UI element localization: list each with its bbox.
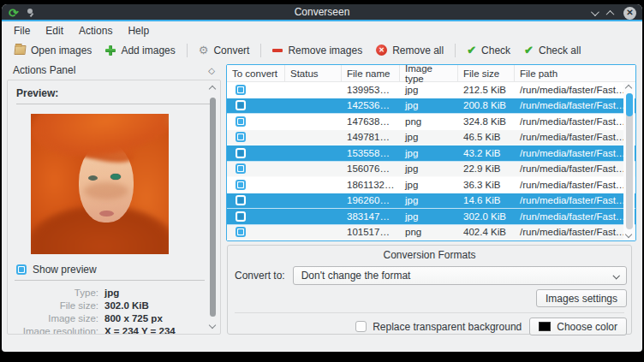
toolbar-separator	[187, 44, 188, 57]
cell-file-name: 10151792_14…	[342, 227, 400, 237]
row-checkbox[interactable]	[236, 163, 246, 174]
app-icon: ⟳	[9, 7, 19, 19]
row-checkbox[interactable]	[236, 195, 246, 205]
table-row[interactable]: 1962608_102…jpg14.6 KiB/run/media/faster…	[227, 193, 635, 210]
info-value: jpg	[104, 288, 119, 298]
scrollbar-thumb[interactable]	[210, 98, 216, 317]
toolbar-button-label: Add images	[121, 45, 175, 56]
column-header-image-type[interactable]: Image type	[400, 65, 458, 81]
panel-scrollbar[interactable]	[208, 84, 218, 330]
preview-art-eye	[88, 175, 98, 181]
info-row: Type:jpg	[8, 286, 208, 299]
toolbar-button-check-all[interactable]: ✔Check all	[517, 43, 587, 58]
convert-gear-icon: ⚙	[199, 45, 209, 56]
open-folder-icon	[14, 45, 26, 55]
choose-color-label: Choose color	[557, 321, 617, 333]
cell-image-type: jpg	[400, 195, 458, 205]
replace-bg-checkbox[interactable]	[355, 321, 367, 332]
toolbar-button-open-images[interactable]: Open images	[8, 43, 98, 58]
table-row[interactable]: 1535583_102…jpg43.2 KiB/run/media/faster…	[227, 145, 635, 162]
info-row: Image resolution:X = 234 Y = 234	[8, 324, 208, 335]
show-preview-label: Show preview	[33, 264, 97, 276]
cell-to-convert	[227, 132, 285, 142]
info-row: File size:302.0 KiB	[8, 299, 208, 312]
cell-image-type: jpg	[400, 211, 458, 222]
toolbar-button-label: Check	[481, 45, 510, 56]
toolbar-button-remove-all[interactable]: ✕Remove all	[369, 43, 450, 58]
table-row[interactable]: 1497817_443…jpg46.5 KiB/run/media/faster…	[227, 130, 635, 146]
info-label: Image size:	[8, 313, 104, 323]
row-checkbox[interactable]	[236, 116, 246, 127]
show-preview-checkbox[interactable]	[16, 264, 27, 275]
menu-item-actions[interactable]: Actions	[71, 22, 120, 39]
dock-float-icon[interactable]: ◇	[208, 66, 215, 75]
table-row[interactable]: 1861132-bun…jpg36.3 KiB/run/media/faster…	[227, 177, 635, 193]
cell-image-type: jpg	[400, 132, 458, 142]
menu-item-help[interactable]: Help	[120, 22, 157, 39]
minimize-button[interactable]	[591, 8, 599, 16]
maximize-button[interactable]	[606, 9, 615, 18]
scroll-down-icon[interactable]	[209, 322, 216, 329]
replace-bg-row: Replace transparent background	[355, 321, 522, 333]
toolbar-button-label: Remove images	[288, 45, 362, 56]
scroll-up-icon[interactable]	[209, 86, 216, 92]
cell-file-name: 1535583_102…	[342, 148, 400, 158]
toolbar-button-remove-images[interactable]: Remove images	[265, 43, 369, 58]
row-checkbox[interactable]	[236, 211, 246, 222]
row-checkbox[interactable]	[236, 148, 246, 158]
row-checkbox[interactable]	[236, 100, 246, 110]
cell-file-path: /run/media/faster/Faster…	[515, 100, 635, 110]
cell-file-size: 46.5 KiB	[458, 132, 515, 142]
cell-file-path: /run/media/faster/Faster…	[515, 227, 635, 237]
cell-file-name: 1425362-dart…	[342, 100, 400, 110]
remove-all-icon: ✕	[376, 45, 387, 56]
table-row[interactable]: 1399536_532…jpg212.5 KiB/run/media/faste…	[227, 82, 635, 98]
row-checkbox[interactable]	[236, 132, 246, 142]
pin-icon[interactable]	[26, 8, 34, 18]
close-button[interactable]: ✕	[623, 7, 636, 20]
column-header-file-size[interactable]: File size	[458, 65, 515, 81]
column-header-file-path[interactable]: File path	[515, 65, 635, 81]
table-row[interactable]: 3831470_larg…jpg302.0 KiB/run/media/fast…	[227, 209, 635, 225]
table-row[interactable]: 1560762_722…jpg22.9 KiB/run/media/faster…	[227, 162, 635, 178]
menu-item-edit[interactable]: Edit	[38, 22, 71, 39]
cell-file-name: 3831470_larg…	[342, 211, 400, 222]
conversion-formats-group: Conversion Formats Convert to: Don't cha…	[227, 245, 632, 335]
preview-art-freckles	[84, 182, 128, 199]
file-table: To convertStatusFile nameImage typeFile …	[226, 64, 636, 241]
scrollbar-thumb[interactable]	[626, 93, 633, 116]
toolbar-button-label: Check all	[539, 45, 581, 56]
column-header-file-name[interactable]: File name	[342, 65, 400, 81]
format-dropdown[interactable]: Don't change the format	[293, 266, 627, 285]
titlebar[interactable]: ⟳ Converseen ✕	[2, 4, 642, 21]
row-checkbox[interactable]	[236, 227, 246, 237]
cell-to-convert	[227, 211, 285, 222]
chevron-down-icon	[612, 272, 619, 279]
table-row[interactable]: 10151792_14…png402.4 KiB/run/media/faste…	[227, 225, 635, 241]
replace-bg-label: Replace transparent background	[373, 321, 522, 333]
choose-color-button[interactable]: Choose color	[529, 317, 627, 335]
table-row[interactable]: 1425362-dart…jpg200.8 KiB/run/media/fast…	[227, 98, 635, 115]
row-checkbox[interactable]	[236, 180, 246, 190]
format-dropdown-value: Don't change the format	[301, 270, 411, 282]
table-header: To convertStatusFile nameImage typeFile …	[227, 65, 635, 82]
preview-label: Preview:	[16, 87, 212, 99]
scroll-down-icon[interactable]	[625, 231, 632, 238]
cell-to-convert	[227, 180, 285, 190]
table-row[interactable]: 1476381_389…png324.8 KiB/run/media/faste…	[227, 114, 635, 130]
toolbar-separator	[455, 44, 456, 57]
cell-to-convert	[227, 163, 285, 174]
row-checkbox[interactable]	[236, 85, 246, 95]
cell-to-convert	[227, 116, 285, 127]
toolbar-button-check[interactable]: ✔Check	[460, 43, 517, 58]
scroll-up-icon[interactable]	[625, 85, 632, 92]
column-header-to-convert[interactable]: To convert	[227, 65, 285, 81]
cell-image-type: jpg	[400, 85, 458, 95]
menu-item-file[interactable]: File	[6, 22, 38, 39]
toolbar-button-add-images[interactable]: Add images	[98, 43, 182, 58]
column-header-status[interactable]: Status	[285, 65, 342, 81]
images-settings-button[interactable]: Images settings	[536, 289, 627, 307]
toolbar-button-convert[interactable]: ⚙Convert	[192, 43, 257, 58]
table-scrollbar[interactable]	[623, 83, 635, 240]
menubar: FileEditActionsHelp	[2, 21, 642, 40]
